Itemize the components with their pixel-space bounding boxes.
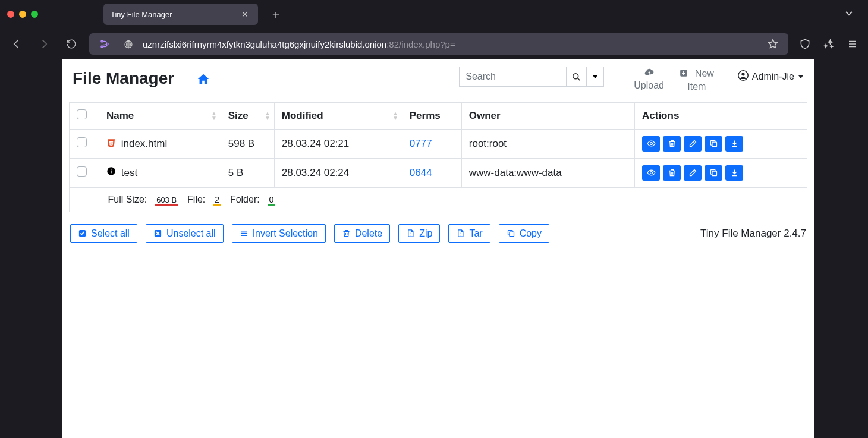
search-button[interactable] [566,67,586,87]
summary-full-size-label: Full Size: [108,194,147,204]
svg-point-9 [741,73,744,75]
row-checkbox[interactable] [77,166,87,177]
url-host: uznrzifslxi6rifrnyrm4xfytkn3guluha4tg6gx… [143,39,386,49]
svg-point-15 [650,172,652,174]
file-modified: 28.03.24 02:21 [274,129,402,158]
new-tab-button[interactable]: ＋ [266,3,285,26]
row-checkbox[interactable] [77,137,87,147]
view-action[interactable] [642,165,660,181]
tor-circuit-icon[interactable] [96,36,113,52]
unselect-all-button[interactable]: Unselect all [146,224,224,243]
file-link[interactable]: test [106,167,137,178]
file-size: 5 B [221,158,274,187]
delete-action[interactable] [663,136,681,152]
tar-button[interactable]: Tar [448,224,490,243]
invert-selection-button[interactable]: Invert Selection [232,224,326,243]
url-path: :82/index.php?p= [386,39,455,49]
cloud-upload-icon [634,68,664,80]
file-perms[interactable]: 0644 [410,167,432,178]
col-perms: Perms [402,102,461,129]
shield-icon[interactable] [797,36,813,52]
app-header: File Manager Upload [62,59,814,102]
search-input[interactable] [459,67,566,87]
col-owner: Owner [461,102,634,129]
svg-rect-11 [712,142,717,147]
svg-point-4 [127,41,131,48]
zip-button[interactable]: Zip [398,224,440,243]
summary-full-size: 603 B [155,196,178,206]
edit-action[interactable] [684,136,702,152]
svg-point-6 [573,73,578,78]
home-link[interactable] [197,73,210,89]
col-actions: Actions [635,102,807,129]
svg-point-1 [101,46,103,48]
close-tab-button[interactable]: ✕ [239,7,251,21]
summary-folder-count: 0 [268,195,276,206]
user-circle-icon [738,70,749,83]
plus-square-icon [680,68,688,81]
delete-action[interactable] [663,165,681,181]
user-menu[interactable]: Admin-Jie [738,70,804,83]
copy-action[interactable] [705,136,722,152]
edit-action[interactable] [684,165,702,181]
file-table: Name▲▼ Size▲▼ Modified▲▼ Perms Owner Act… [69,102,807,212]
maximize-window-button[interactable] [31,11,38,18]
tab-title: Tiny File Manager [111,10,172,19]
file-owner: www-data:www-data [461,158,634,187]
file-owner: root:root [461,129,634,158]
svg-rect-13 [111,171,111,174]
address-bar[interactable]: uznrzifslxi6rifrnyrm4xfytkn3guluha4tg6gx… [89,33,788,55]
app-menu-icon[interactable] [844,36,861,52]
view-action[interactable] [642,136,660,152]
minimize-window-button[interactable] [19,11,26,18]
table-row: test5 B28.03.24 02:240644www-data:www-da… [70,158,807,187]
reload-button[interactable] [62,34,81,53]
svg-point-0 [101,40,103,42]
select-all-checkbox[interactable] [77,109,87,119]
file-size: 598 B [221,129,274,158]
download-action[interactable] [725,136,743,152]
summary-file-count: 2 [213,195,221,206]
svg-rect-16 [712,171,717,176]
app-version: Tiny File Manager 2.4.7 [700,228,806,240]
file-perms[interactable]: 0777 [410,138,432,149]
download-action[interactable] [725,165,743,181]
file-link[interactable]: index.html [106,138,167,149]
summary-file-label: File: [187,194,205,204]
summary-folder-label: Folder: [230,194,260,204]
page-content: File Manager Upload [62,59,814,438]
col-size: Size▲▼ [221,102,274,129]
copy-button[interactable]: Copy [499,224,549,243]
onion-lock-icon[interactable] [120,36,137,52]
file-modified: 28.03.24 02:24 [274,158,402,187]
app-title: File Manager [73,69,174,88]
copy-action[interactable] [705,165,722,181]
col-name: Name▲▼ [99,102,221,129]
col-modified: Modified▲▼ [274,102,402,129]
svg-point-10 [650,143,652,145]
browser-toolbar: uznrzifslxi6rifrnyrm4xfytkn3guluha4tg6gx… [0,29,868,59]
svg-point-5 [128,41,129,48]
search-dropdown-button[interactable] [586,67,604,87]
user-name: Admin-Jie [752,71,794,82]
select-all-button[interactable]: Select all [70,224,137,243]
browser-tab[interactable]: Tiny File Manager ✕ [103,4,258,25]
table-row: index.html598 B28.03.24 02:210777root:ro… [70,129,807,158]
sparkle-icon[interactable] [820,36,837,52]
delete-button[interactable]: Delete [334,224,390,243]
forward-button[interactable] [34,34,54,53]
bookmark-star-icon[interactable] [765,36,781,52]
tabs-dropdown-button[interactable] [837,5,861,24]
svg-rect-19 [510,232,514,237]
svg-point-14 [111,169,112,170]
new-item-link[interactable]: NewItem [680,68,714,93]
back-button[interactable] [7,34,26,53]
upload-link[interactable]: Upload [634,68,664,93]
search-group [459,67,604,87]
caret-down-icon [798,74,804,80]
new-item-label: NewItem [687,68,714,92]
svg-point-3 [125,41,132,48]
bulk-actions: Select all Unselect all Invert Selection… [62,212,814,255]
upload-label: Upload [634,80,664,90]
close-window-button[interactable] [7,11,14,18]
